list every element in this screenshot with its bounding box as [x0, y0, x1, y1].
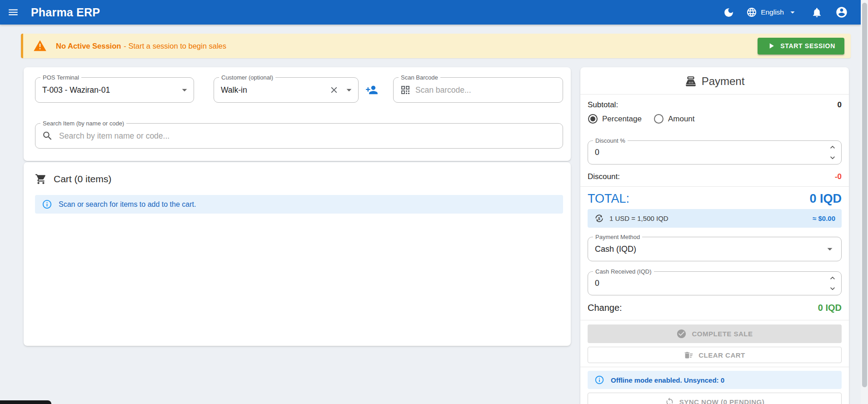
customer-label: Customer (optional)	[219, 74, 275, 81]
exchange-rate-strip: $ 1 USD = 1,500 IQD ≈ $0.00	[588, 209, 842, 228]
complete-sale-button[interactable]: COMPLETE SALE	[588, 324, 842, 343]
cash-register-icon	[685, 75, 697, 87]
stepper-down-icon[interactable]	[828, 153, 837, 162]
search-icon	[42, 130, 53, 142]
radio-amount-label: Amount	[668, 115, 695, 124]
change-row: Change: 0 IQD	[588, 303, 842, 313]
pos-terminal-value: T-003 - Waziran-01	[42, 85, 110, 95]
divider	[580, 186, 849, 187]
language-label: English	[761, 8, 784, 16]
dark-mode-icon[interactable]	[723, 7, 734, 18]
play-icon	[767, 41, 776, 50]
check-circle-icon	[676, 329, 687, 339]
cart-empty-message: Scan or search for items to add to the c…	[59, 200, 196, 209]
cart-icon	[35, 173, 47, 185]
customer-select[interactable]: Customer (optional) Walk-in	[214, 77, 359, 103]
radio-selected-icon	[588, 114, 598, 124]
discount-percent-field: Discount %	[588, 140, 842, 165]
payment-title: Payment	[702, 75, 745, 88]
payment-method-value: Cash (IQD)	[595, 244, 636, 254]
stepper-down-icon[interactable]	[828, 284, 837, 293]
discount-mode-radios: Percentage Amount	[588, 114, 695, 124]
dropdown-arrow-icon[interactable]	[179, 84, 190, 96]
app-title: Pharma ERP	[31, 6, 100, 19]
scan-barcode-field: Scan Barcode	[393, 77, 563, 103]
customer-value: Walk-in	[221, 85, 247, 95]
currency-exchange-icon: $	[594, 213, 604, 224]
stepper-up-icon[interactable]	[828, 274, 837, 283]
radio-percentage[interactable]: Percentage	[588, 114, 642, 124]
add-customer-button[interactable]	[365, 84, 378, 96]
change-label: Change:	[588, 303, 622, 313]
start-session-label: START SESSION	[780, 42, 835, 50]
item-search-input[interactable]	[59, 124, 550, 148]
total-value: 0 IQD	[809, 192, 842, 206]
banner-message: - Start a session to begin sales	[124, 42, 226, 50]
payment-method-select[interactable]: Payment Method Cash (IQD)	[588, 237, 842, 261]
dropdown-arrow-icon[interactable]	[343, 84, 355, 96]
start-session-button[interactable]: START SESSION	[758, 38, 844, 55]
exchange-rate-text: 1 USD = 1,500 IQD	[609, 214, 668, 222]
radio-percentage-label: Percentage	[602, 115, 642, 124]
discount-percent-input[interactable]	[595, 141, 795, 164]
clear-cart-button[interactable]: CLEAR CART	[588, 347, 842, 363]
divider	[580, 367, 849, 367]
payment-header: Payment	[580, 75, 849, 88]
menu-icon[interactable]	[7, 6, 19, 18]
app-bar: Pharma ERP English	[0, 0, 861, 25]
cash-received-field: Cash Received (IQD)	[588, 271, 842, 295]
person-add-icon	[365, 84, 378, 96]
delete-sweep-icon	[684, 350, 693, 360]
chevron-down-icon	[788, 7, 798, 17]
item-search-field: Search Item (by name or code)	[35, 123, 563, 149]
radio-amount[interactable]: Amount	[654, 114, 695, 124]
discount-row: Discount: -0	[588, 172, 842, 181]
subtotal-label: Subtotal:	[588, 100, 618, 110]
scrollbar-thumb[interactable]	[862, 3, 867, 387]
change-value: 0 IQD	[818, 303, 842, 313]
warning-icon	[33, 39, 47, 53]
info-icon	[42, 199, 52, 209]
info-icon	[594, 375, 604, 385]
dropdown-arrow-icon[interactable]	[824, 243, 836, 255]
payment-method-label: Payment Method	[593, 234, 642, 240]
sync-now-label: SYNC NOW (0 PENDING)	[679, 398, 765, 404]
qr-scanner-icon	[400, 85, 411, 95]
no-session-banner: No Active Session- Start a session to be…	[21, 34, 851, 58]
payment-card: Payment Subtotal: 0 Percentage Amount Di…	[580, 67, 849, 404]
notifications-icon[interactable]	[811, 7, 823, 18]
total-row: TOTAL: 0 IQD	[588, 192, 842, 206]
discount-label: Discount:	[588, 172, 620, 181]
radio-unselected-icon	[654, 114, 663, 124]
pos-terminal-select[interactable]: POS Terminal T-003 - Waziran-01	[35, 77, 194, 103]
cart-empty-alert: Scan or search for items to add to the c…	[35, 195, 563, 214]
bottom-left-overlay	[0, 400, 51, 404]
discount-value: -0	[835, 172, 842, 181]
cart-title: Cart (0 items)	[54, 174, 111, 185]
total-label: TOTAL:	[588, 192, 629, 206]
cart-card: Cart (0 items) Scan or search for items …	[24, 162, 571, 346]
language-icon	[746, 7, 757, 18]
language-selector[interactable]: English	[746, 7, 798, 18]
subtotal-value: 0	[838, 100, 842, 110]
banner-title: No Active Session	[56, 42, 121, 50]
complete-sale-label: COMPLETE SALE	[692, 330, 753, 338]
pos-terminal-label: POS Terminal	[40, 74, 81, 81]
banner-text: No Active Session- Start a session to be…	[56, 42, 226, 50]
offline-mode-alert: Offline mode enabled. Unsynced: 0	[588, 371, 842, 389]
pos-controls-card: POS Terminal T-003 - Waziran-01 Customer…	[24, 67, 571, 161]
clear-cart-label: CLEAR CART	[698, 351, 745, 359]
sync-now-button[interactable]: SYNC NOW (0 PENDING)	[588, 393, 842, 404]
cash-received-input[interactable]	[595, 272, 795, 294]
divider	[580, 320, 849, 320]
cart-header: Cart (0 items)	[35, 173, 111, 185]
stepper-up-icon[interactable]	[828, 143, 837, 152]
offline-mode-message: Offline mode enabled. Unsynced: 0	[611, 376, 724, 384]
subtotal-row: Subtotal: 0	[588, 100, 842, 110]
sync-icon	[665, 397, 674, 404]
account-icon[interactable]	[835, 6, 848, 19]
scan-barcode-input[interactable]	[415, 78, 552, 102]
svg-text:$: $	[598, 216, 600, 221]
usd-equivalent: ≈ $0.00	[813, 214, 835, 222]
clear-customer-icon[interactable]	[329, 85, 339, 95]
